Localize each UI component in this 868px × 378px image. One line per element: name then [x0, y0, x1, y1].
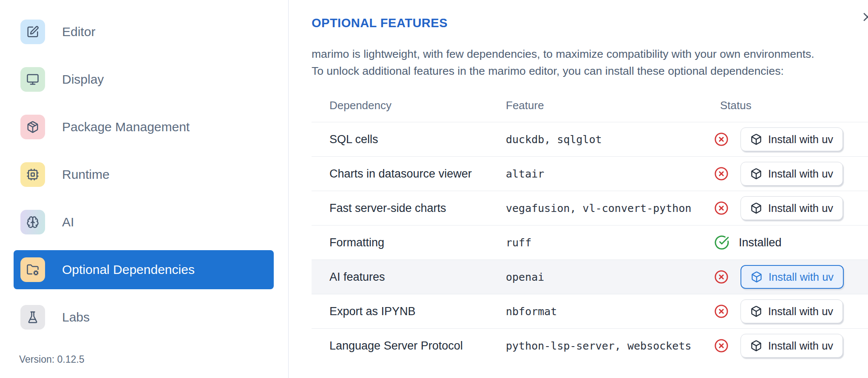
feature-cell: nbformat [488, 305, 702, 318]
install-with-uv-button[interactable]: Install with uv [740, 299, 843, 323]
circle-x-icon [714, 304, 729, 319]
panel-description: marimo is lightweight, with few dependen… [312, 45, 868, 79]
status-cell: Install with uv [702, 127, 868, 151]
folder-cog-icon [20, 257, 45, 282]
feature-cell: altair [488, 168, 702, 180]
install-button-label: Install with uv [768, 168, 833, 180]
install-button-label: Install with uv [768, 133, 833, 146]
feature-cell: python-lsp-server, websockets [488, 340, 702, 352]
sidebar-item-label: AI [62, 215, 74, 229]
sidebar-item-label: Display [62, 72, 104, 87]
cpu-icon [20, 162, 45, 187]
circle-x-icon [714, 132, 729, 147]
feature-cell: vegafusion, vl-convert-python [488, 202, 702, 214]
dependency-cell: SQL cells [312, 133, 488, 146]
column-header-dependency: Dependency [312, 99, 488, 112]
optional-features-panel: OPTIONAL FEATURES marimo is lightweight,… [289, 0, 868, 378]
table-row: Language Server Protocol python-lsp-serv… [312, 328, 868, 363]
table-row: Fast server-side charts vegafusion, vl-c… [312, 191, 868, 225]
dependencies-table: Dependency Feature Status SQL cells duck… [312, 89, 868, 363]
dependency-cell: Formatting [312, 236, 488, 249]
settings-sidebar: Editor Display Package Management Runtim… [0, 0, 289, 378]
table-row: Formatting ruff Installed [312, 225, 868, 260]
dependency-cell: Export as IPYNB [312, 305, 488, 318]
circle-x-icon [714, 270, 729, 284]
status-cell: Install with uv [702, 299, 868, 323]
box-icon [750, 168, 762, 180]
circle-x-icon [714, 166, 729, 181]
dependency-cell: AI features [312, 271, 488, 284]
sidebar-items: Editor Display Package Management Runtim… [0, 12, 288, 337]
square-pen-icon [20, 20, 45, 44]
install-with-uv-button[interactable]: Install with uv [740, 196, 843, 220]
install-with-uv-button[interactable]: Install with uv [740, 265, 844, 289]
status-cell: Install with uv [702, 196, 868, 220]
status-cell: Installed [702, 235, 868, 250]
column-header-status: Status [702, 99, 868, 112]
table-row: AI features openai Install with uv [312, 260, 868, 294]
brain-icon [20, 210, 45, 234]
circle-x-icon [714, 339, 729, 353]
sidebar-item-ai[interactable]: AI [14, 203, 274, 242]
feature-cell: openai [488, 271, 702, 283]
feature-cell: ruff [488, 237, 702, 249]
page-title: OPTIONAL FEATURES [312, 16, 868, 30]
status-cell: Install with uv [702, 265, 868, 289]
description-line-1: marimo is lightweight, with few dependen… [312, 45, 868, 62]
box-icon [750, 305, 762, 317]
table-header-row: Dependency Feature Status [312, 89, 868, 122]
table-row: Charts in datasource viewer altair Insta… [312, 156, 868, 191]
table-row: SQL cells duckdb, sqlglot Install with u… [312, 122, 868, 156]
sidebar-item-label: Optional Dependencies [62, 262, 195, 277]
sidebar-item-optional-dependencies[interactable]: Optional Dependencies [14, 250, 274, 289]
column-header-feature: Feature [488, 99, 702, 112]
description-line-2: To unlock additional features in the mar… [312, 62, 868, 79]
install-with-uv-button[interactable]: Install with uv [740, 334, 843, 358]
package-icon [20, 115, 45, 139]
dependency-cell: Language Server Protocol [312, 339, 488, 353]
sidebar-item-label: Package Management [62, 120, 190, 134]
sidebar-item-labs[interactable]: Labs [14, 298, 274, 337]
sidebar-item-label: Editor [62, 25, 95, 39]
feature-cell: duckdb, sqlglot [488, 133, 702, 146]
install-button-label: Install with uv [768, 340, 833, 352]
status-cell: Install with uv [702, 334, 868, 358]
install-button-label: Install with uv [768, 305, 833, 318]
version-label: Version: 0.12.5 [19, 354, 84, 365]
install-button-label: Install with uv [769, 271, 834, 283]
install-with-uv-button[interactable]: Install with uv [740, 127, 843, 151]
dependency-cell: Fast server-side charts [312, 202, 488, 215]
circle-check-icon [714, 235, 729, 250]
flask-icon [20, 305, 45, 330]
table-row: Export as IPYNB nbformat Install with uv [312, 294, 868, 328]
box-icon [750, 133, 762, 145]
box-icon [750, 202, 762, 214]
sidebar-item-label: Labs [62, 310, 90, 324]
sidebar-item-display[interactable]: Display [14, 60, 274, 99]
install-button-label: Install with uv [768, 202, 833, 214]
sidebar-item-editor[interactable]: Editor [14, 12, 274, 51]
sidebar-item-package-management[interactable]: Package Management [14, 107, 274, 147]
status-cell: Install with uv [702, 162, 868, 186]
dependency-cell: Charts in datasource viewer [312, 167, 488, 181]
monitor-icon [20, 67, 45, 92]
install-with-uv-button[interactable]: Install with uv [740, 162, 843, 186]
close-icon [861, 10, 868, 25]
table-body: SQL cells duckdb, sqlglot Install with u… [312, 122, 868, 363]
sidebar-item-label: Runtime [62, 167, 110, 182]
box-icon [750, 340, 762, 352]
close-button[interactable] [860, 10, 868, 25]
installed-status-label: Installed [739, 236, 782, 249]
sidebar-item-runtime[interactable]: Runtime [14, 155, 274, 194]
box-icon [751, 271, 763, 283]
circle-x-icon [714, 201, 729, 215]
